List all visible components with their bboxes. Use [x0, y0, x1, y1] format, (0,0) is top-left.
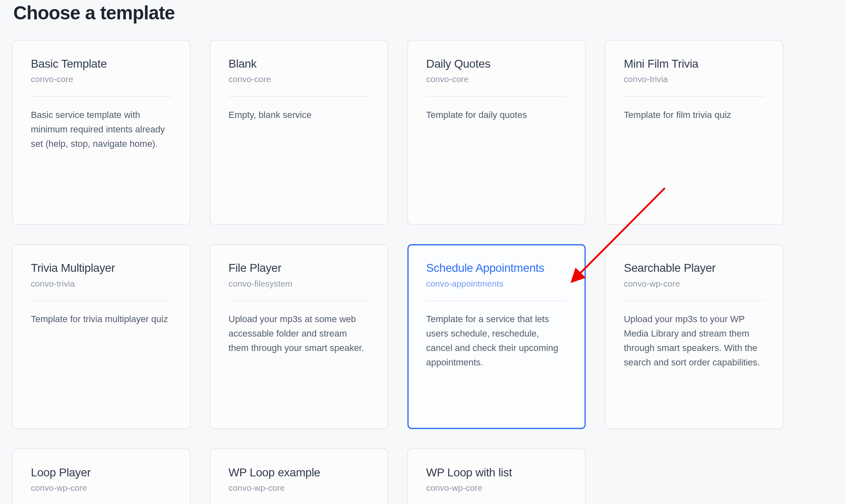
template-description: Basic service template with minimum requ…: [31, 108, 172, 151]
template-description: Upload your mp3s to your WP Media Librar…: [624, 312, 765, 370]
template-card-file-player[interactable]: File Player convo-filesystem Upload your…: [210, 244, 388, 429]
template-subtitle: convo-trivia: [31, 279, 172, 288]
template-subtitle: convo-wp-core: [229, 483, 369, 492]
template-card-blank[interactable]: Blank convo-core Empty, blank service: [210, 40, 388, 225]
template-description: Template for film trivia quiz: [624, 108, 765, 122]
template-title: Basic Template: [31, 57, 172, 71]
template-subtitle: convo-core: [229, 74, 369, 84]
template-card-searchable-player[interactable]: Searchable Player convo-wp-core Upload y…: [605, 244, 783, 429]
template-card-trivia-multiplayer[interactable]: Trivia Multiplayer convo-trivia Template…: [12, 244, 190, 429]
template-title: Loop Player: [31, 466, 172, 479]
divider: [31, 300, 172, 301]
divider: [624, 300, 765, 301]
template-description: Template for daily quotes: [426, 108, 567, 122]
template-card-loop-player[interactable]: Loop Player convo-wp-core Dead simple mu…: [12, 448, 190, 504]
template-card-basic-template[interactable]: Basic Template convo-core Basic service …: [12, 40, 190, 225]
divider: [426, 96, 567, 97]
template-subtitle: convo-wp-core: [31, 483, 172, 492]
template-title: Mini Film Trivia: [624, 57, 765, 71]
template-card-mini-film-trivia[interactable]: Mini Film Trivia convo-trivia Template f…: [605, 40, 783, 225]
template-title: Daily Quotes: [426, 57, 567, 71]
template-description: Upload your mp3s at some web accessable …: [229, 312, 369, 355]
template-title: WP Loop example: [229, 466, 369, 479]
template-description: Template for trivia multiplayer quiz: [31, 312, 172, 326]
divider: [229, 96, 369, 97]
divider: [624, 96, 765, 97]
template-card-schedule-appointments[interactable]: Schedule Appointments convo-appointments…: [407, 244, 585, 429]
template-card-wp-loop-with-list[interactable]: WP Loop with list convo-wp-core Example …: [407, 448, 585, 504]
template-title: Schedule Appointments: [426, 261, 567, 275]
template-subtitle: convo-trivia: [624, 74, 765, 84]
divider: [426, 300, 567, 301]
template-subtitle: convo-core: [426, 74, 567, 84]
template-title: WP Loop with list: [426, 466, 567, 479]
template-subtitle: convo-appointments: [426, 279, 567, 288]
template-subtitle: convo-core: [31, 74, 172, 84]
template-title: Blank: [229, 57, 369, 71]
divider: [31, 96, 172, 97]
template-description: Empty, blank service: [229, 108, 369, 122]
template-subtitle: convo-filesystem: [229, 279, 369, 288]
template-card-wp-loop-example[interactable]: WP Loop example convo-wp-core Example se…: [210, 448, 388, 504]
divider: [229, 300, 369, 301]
template-title: Searchable Player: [624, 261, 765, 275]
template-subtitle: convo-wp-core: [624, 279, 765, 288]
page-title: Choose a template: [13, 2, 833, 24]
template-description: Template for a service that lets users s…: [426, 312, 567, 370]
template-title: Trivia Multiplayer: [31, 261, 172, 275]
template-title: File Player: [229, 261, 369, 275]
template-card-daily-quotes[interactable]: Daily Quotes convo-core Template for dai…: [407, 40, 585, 225]
template-subtitle: convo-wp-core: [426, 483, 567, 492]
template-grid: Basic Template convo-core Basic service …: [12, 40, 833, 504]
